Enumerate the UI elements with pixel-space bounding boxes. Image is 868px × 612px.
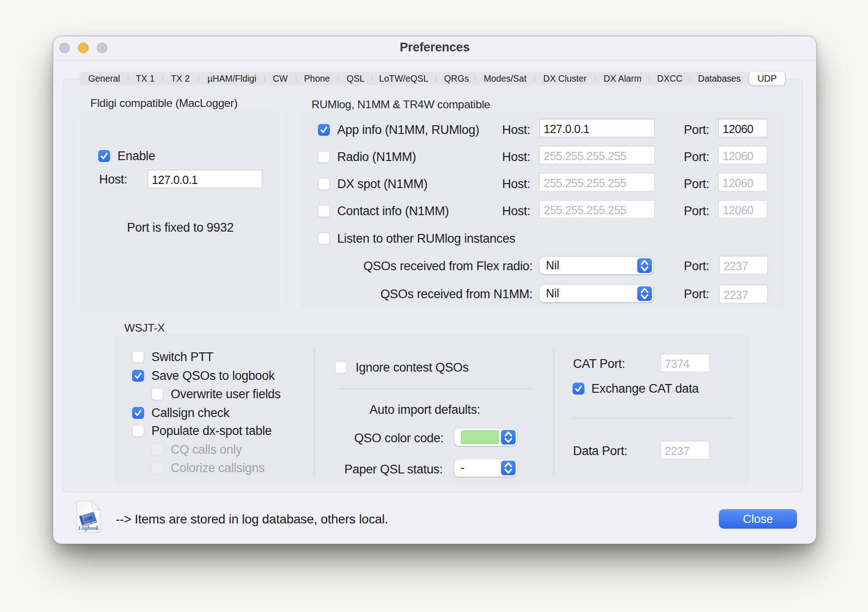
svg-text:Logbook: Logbook	[78, 525, 99, 531]
